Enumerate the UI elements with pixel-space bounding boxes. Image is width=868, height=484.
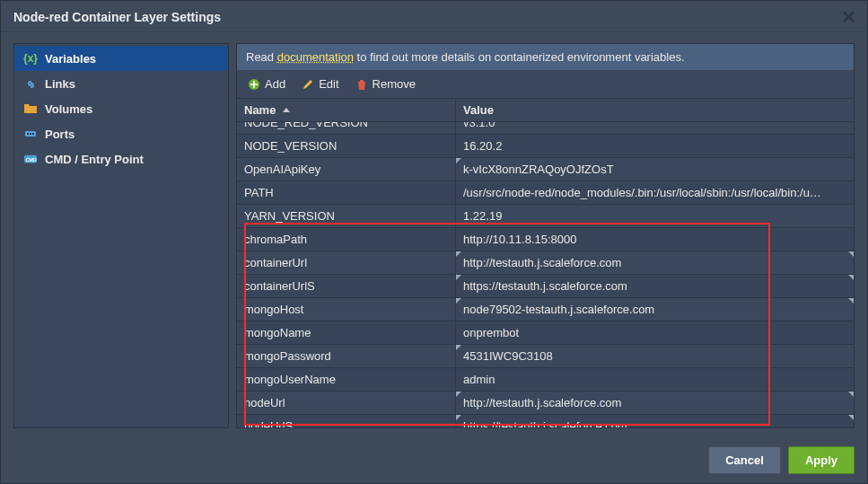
cell-name: mongoName bbox=[237, 321, 456, 344]
table-body[interactable]: NODE_RED_VERSIONv3.1.0NODE_VERSION16.20.… bbox=[237, 122, 854, 427]
cell-name: NODE_RED_VERSION bbox=[237, 122, 456, 134]
cell-name: mongoHost bbox=[237, 298, 456, 321]
svg-rect-4 bbox=[32, 133, 34, 135]
cell-value: https://testauth.j.scaleforce.com bbox=[456, 275, 854, 297]
cell-value: admin bbox=[456, 368, 854, 391]
add-label: Add bbox=[265, 77, 285, 91]
cell-value: http://testauth.j.scaleforce.com bbox=[456, 392, 854, 414]
sidebar-item-ports[interactable]: Ports bbox=[14, 121, 228, 146]
table-row[interactable]: mongoUserNameadmin bbox=[237, 368, 854, 392]
sidebar-item-label: CMD / Entry Point bbox=[45, 153, 144, 166]
info-pre: Read bbox=[246, 50, 277, 64]
cell-value: 1.22.19 bbox=[456, 205, 854, 227]
table-row[interactable]: containerUrlhttp://testauth.j.scaleforce… bbox=[237, 251, 854, 275]
table-row[interactable]: YARN_VERSION1.22.19 bbox=[237, 205, 854, 228]
table-row[interactable]: NODE_VERSION16.20.2 bbox=[237, 135, 854, 158]
table-header: Name Value bbox=[237, 99, 854, 122]
cell-name: mongoUserName bbox=[237, 368, 456, 391]
sidebar-item-label: Volumes bbox=[45, 102, 92, 116]
edit-label: Edit bbox=[319, 77, 338, 91]
svg-rect-3 bbox=[30, 133, 31, 135]
table-row[interactable]: chromaPathhttp://10.11.8.15:8000 bbox=[237, 228, 854, 251]
trash-icon bbox=[355, 78, 368, 91]
sidebar: {x} Variables Links Volumes Po bbox=[13, 43, 229, 428]
apply-button[interactable]: Apply bbox=[788, 446, 855, 474]
table-row[interactable]: nodeUrlhttp://testauth.j.scaleforce.com bbox=[237, 392, 854, 415]
info-post: to find out more details on containerize… bbox=[354, 50, 685, 64]
cell-name: containerUrlS bbox=[237, 275, 456, 297]
cancel-button[interactable]: Cancel bbox=[708, 446, 781, 474]
link-icon bbox=[23, 76, 38, 91]
cell-name: nodeUrlS bbox=[237, 415, 456, 427]
info-bar: Read documentation to find out more deta… bbox=[237, 44, 854, 70]
cell-value: /usr/src/node-red/node_modules/.bin:/usr… bbox=[456, 181, 854, 204]
svg-text:CMD: CMD bbox=[26, 157, 37, 163]
table-row[interactable]: mongoPassword4531IWC9C3108 bbox=[237, 345, 854, 368]
plus-icon bbox=[248, 78, 260, 91]
cell-name: chromaPath bbox=[237, 228, 456, 251]
sidebar-item-label: Variables bbox=[45, 52, 96, 66]
table-row[interactable]: nodeUrlShttps://testauth.j.scaleforce.co… bbox=[237, 415, 854, 427]
pencil-icon bbox=[302, 78, 314, 91]
sidebar-item-cmd[interactable]: CMD CMD / Entry Point bbox=[14, 146, 228, 172]
svg-text:{x}: {x} bbox=[23, 52, 38, 65]
cell-name: YARN_VERSION bbox=[237, 205, 456, 227]
close-icon[interactable]: ✕ bbox=[841, 6, 856, 28]
cell-value: http://10.11.8.15:8000 bbox=[456, 228, 854, 251]
svg-rect-2 bbox=[27, 133, 29, 135]
edit-button[interactable]: Edit bbox=[298, 75, 342, 92]
cell-name: OpenAIApiKey bbox=[237, 158, 456, 180]
cell-value: onprembot bbox=[456, 321, 854, 344]
cell-name: nodeUrl bbox=[237, 392, 456, 414]
cell-value: 4531IWC9C3108 bbox=[456, 345, 854, 367]
remove-button[interactable]: Remove bbox=[352, 75, 419, 92]
cell-value: https://testauth.j.scaleforce.com bbox=[456, 415, 854, 427]
table-row[interactable]: containerUrlShttps://testauth.j.scalefor… bbox=[237, 275, 854, 298]
table-row[interactable]: mongoHostnode79502-testauth.j.scaleforce… bbox=[237, 298, 854, 321]
dialog-title: Node-red Container Layer Settings bbox=[1, 1, 867, 32]
ports-icon bbox=[23, 127, 38, 141]
table-row[interactable]: mongoNameonprembot bbox=[237, 321, 854, 345]
column-header-name[interactable]: Name bbox=[237, 99, 456, 121]
table-row[interactable]: PATH/usr/src/node-red/node_modules/.bin:… bbox=[237, 181, 854, 205]
variables-icon: {x} bbox=[23, 51, 38, 66]
column-header-value[interactable]: Value bbox=[456, 99, 854, 121]
sidebar-item-label: Links bbox=[45, 77, 75, 91]
cell-value: 16.20.2 bbox=[456, 135, 854, 157]
cell-name: containerUrl bbox=[237, 251, 456, 274]
cell-value: v3.1.0 bbox=[456, 122, 854, 134]
main-panel: Read documentation to find out more deta… bbox=[236, 43, 855, 428]
dialog-body: {x} Variables Links Volumes Po bbox=[1, 32, 867, 428]
sidebar-item-volumes[interactable]: Volumes bbox=[14, 96, 228, 121]
settings-dialog: Node-red Container Layer Settings ✕ {x} … bbox=[0, 0, 868, 484]
cell-name: NODE_VERSION bbox=[237, 135, 456, 157]
table-row[interactable]: NODE_RED_VERSIONv3.1.0 bbox=[237, 122, 854, 135]
toolbar: Add Edit Remove bbox=[237, 70, 854, 99]
cell-name: mongoPassword bbox=[237, 345, 456, 367]
cell-value: k-vIcX8onnZRAQoyOJfZOsT bbox=[456, 158, 854, 180]
folder-icon bbox=[23, 101, 38, 116]
sidebar-item-variables[interactable]: {x} Variables bbox=[14, 46, 228, 71]
cmd-icon: CMD bbox=[23, 152, 38, 166]
add-button[interactable]: Add bbox=[244, 75, 289, 92]
table-row[interactable]: OpenAIApiKeyk-vIcX8onnZRAQoyOJfZOsT bbox=[237, 158, 854, 181]
dialog-footer: Cancel Apply bbox=[708, 446, 855, 474]
sidebar-item-label: Ports bbox=[45, 128, 75, 141]
cell-name: PATH bbox=[237, 181, 456, 204]
cell-value: http://testauth.j.scaleforce.com bbox=[456, 251, 854, 274]
remove-label: Remove bbox=[373, 77, 416, 91]
cell-value: node79502-testauth.j.scaleforce.com bbox=[456, 298, 854, 321]
sidebar-item-links[interactable]: Links bbox=[14, 71, 228, 96]
documentation-link[interactable]: documentation bbox=[277, 50, 354, 64]
